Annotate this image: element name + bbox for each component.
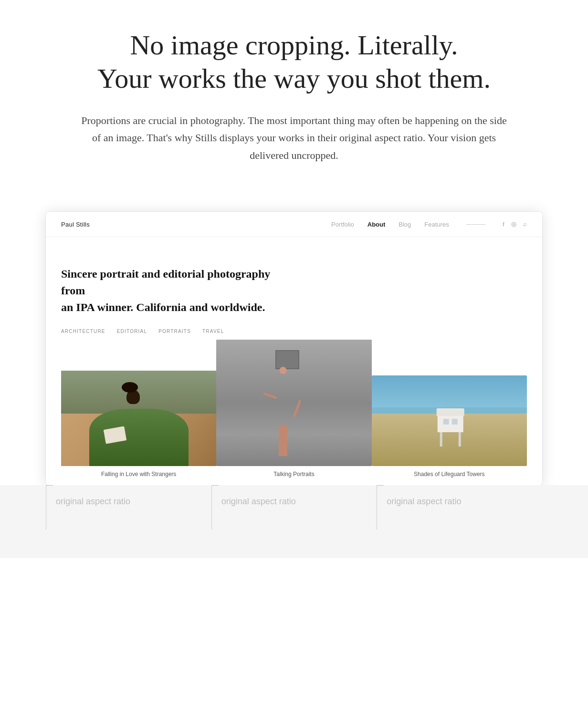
sub-text: Proportions are crucial in photography. … bbox=[79, 112, 509, 164]
aspect-label-1: original aspect ratio bbox=[56, 492, 130, 506]
main-heading: No image cropping. Literally. Your works… bbox=[74, 29, 514, 95]
photo-1[interactable] bbox=[61, 371, 216, 466]
nav-icons: f ◎ ⌕ bbox=[503, 220, 527, 228]
cat-architecture[interactable]: ARCHITECTURE bbox=[61, 329, 105, 334]
photo-col-3: Shades of Lifeguard Towers bbox=[372, 375, 527, 485]
search-icon[interactable]: ⌕ bbox=[523, 220, 527, 228]
cat-editorial[interactable]: EDITORIAL bbox=[117, 329, 147, 334]
facebook-icon[interactable]: f bbox=[503, 220, 504, 228]
top-section: No image cropping. Literally. Your works… bbox=[55, 0, 533, 183]
category-links: ARCHITECTURE EDITORIAL PORTRAITS TRAVEL bbox=[61, 329, 527, 334]
browser-window: Paul Stills Portfolio About Blog Feature… bbox=[46, 212, 542, 485]
nav-blog[interactable]: Blog bbox=[399, 221, 411, 228]
browser-area: Paul Stills Portfolio About Blog Feature… bbox=[32, 212, 556, 485]
nav-portfolio[interactable]: Portfolio bbox=[331, 221, 354, 228]
site-logo[interactable]: Paul Stills bbox=[61, 221, 90, 228]
aspect-grid: original aspect ratio original aspect ra… bbox=[46, 485, 542, 530]
aspect-col-1: original aspect ratio bbox=[46, 485, 211, 530]
nav-features[interactable]: Features bbox=[424, 221, 449, 228]
nav-links: Portfolio About Blog Features f ◎ ⌕ bbox=[331, 220, 527, 228]
aspect-label-2: original aspect ratio bbox=[221, 492, 296, 506]
hero-heading: Sincere portrait and editorial photograp… bbox=[61, 266, 290, 315]
instagram-icon[interactable]: ◎ bbox=[511, 220, 516, 228]
nav-about[interactable]: About bbox=[368, 221, 386, 228]
bottom-area: original aspect ratio original aspect ra… bbox=[0, 485, 588, 558]
photo-grid: Falling in Love with Strangers bbox=[46, 359, 542, 485]
browser-continuation: original aspect ratio original aspect ra… bbox=[32, 485, 556, 530]
photo-col-1: Falling in Love with Strangers bbox=[61, 371, 216, 485]
cat-portraits[interactable]: PORTRAITS bbox=[158, 329, 191, 334]
aspect-col-3: original aspect ratio bbox=[377, 485, 542, 530]
photo-3-caption: Shades of Lifeguard Towers bbox=[414, 466, 485, 485]
photo-2-caption: Talking Portraits bbox=[273, 466, 314, 485]
photo-1-caption: Falling in Love with Strangers bbox=[101, 466, 176, 485]
aspect-label-3: original aspect ratio bbox=[387, 492, 461, 506]
photo-col-2: Talking Portraits bbox=[216, 340, 371, 485]
nav-divider bbox=[466, 224, 485, 225]
site-nav: Paul Stills Portfolio About Blog Feature… bbox=[46, 212, 542, 237]
cat-travel[interactable]: TRAVEL bbox=[202, 329, 224, 334]
aspect-col-2: original aspect ratio bbox=[211, 485, 377, 530]
photo-2[interactable] bbox=[216, 340, 371, 466]
photo-3[interactable] bbox=[372, 375, 527, 466]
